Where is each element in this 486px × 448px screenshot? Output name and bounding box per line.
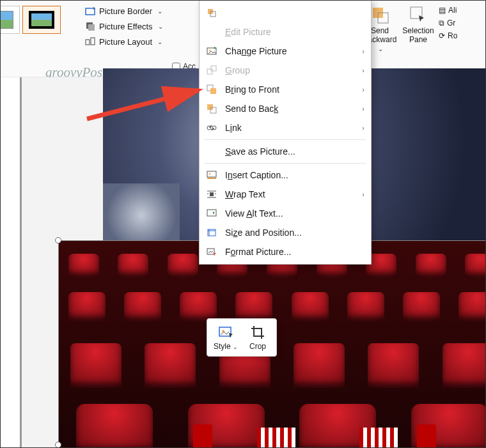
menu-item-link[interactable]: Link ›	[200, 118, 371, 137]
menu-item-size-position[interactable]: Size and Position...	[200, 223, 371, 242]
svg-rect-20	[207, 171, 216, 177]
chevron-down-icon: ⌄	[158, 23, 163, 30]
svg-rect-21	[207, 178, 216, 179]
svg-point-22	[209, 173, 211, 175]
caption-icon	[206, 169, 217, 181]
mini-crop-label: Crop	[249, 342, 266, 351]
send-to-back-icon	[206, 103, 217, 114]
menu-item-bring-to-front[interactable]: Bring to Front ›	[200, 80, 371, 99]
chevron-down-icon: ⌄	[157, 38, 162, 45]
align-icon: ▤	[439, 6, 446, 15]
change-picture-icon	[206, 45, 217, 57]
mini-style-label: Style ⌄	[214, 342, 238, 351]
menu-separator	[205, 139, 366, 140]
chevron-down-icon: ⌄	[378, 45, 383, 52]
crop-icon	[249, 324, 266, 341]
arrange-mini-buttons: ▤Ali ⧉Gr ⟳Ro	[437, 1, 459, 77]
style-thumb-1[interactable]	[0, 6, 20, 34]
chevron-right-icon: ›	[362, 124, 364, 132]
style-icon	[217, 324, 234, 341]
chevron-right-icon: ›	[362, 105, 364, 112]
svg-rect-12	[207, 69, 212, 74]
selection-handle[interactable]	[55, 442, 61, 448]
menu-item-insert-caption[interactable]: Insert Caption...	[200, 166, 371, 185]
svg-rect-4	[91, 38, 95, 45]
menu-item-edit-picture: Edit Picture	[200, 22, 371, 42]
group-icon: ⧉	[439, 19, 444, 27]
picture-effects-button[interactable]: Picture Effects⌄	[82, 20, 166, 33]
picture-layout-label: Picture Layout	[99, 37, 152, 47]
selection-pane-label: Selection Pane	[400, 26, 436, 44]
menu-item-change-picture[interactable]: Change Picture ›	[200, 42, 371, 61]
menu-item-save-as-picture[interactable]: Save as Picture...	[200, 142, 371, 161]
svg-point-18	[207, 126, 211, 130]
selection-pane-button[interactable]: Selection Pane	[399, 1, 437, 77]
picture-layout-button[interactable]: Picture Layout⌄	[82, 35, 166, 48]
chevron-right-icon: ›	[362, 47, 364, 55]
rotate-button[interactable]: ⟳Ro	[439, 31, 457, 40]
vertical-ruler	[20, 77, 22, 447]
menu-item-view-alt-text[interactable]: View Alt Text...	[200, 204, 371, 223]
svg-rect-23	[210, 192, 214, 196]
menu-item-wrap-text[interactable]: Wrap Text ›	[200, 185, 371, 204]
menu-item-group: Group ›	[200, 61, 371, 80]
menu-separator	[205, 163, 366, 164]
menu-item-send-to-back[interactable]: Send to Back ›	[200, 99, 371, 118]
group-icon	[206, 65, 217, 76]
chevron-right-icon: ›	[362, 86, 364, 93]
chevron-right-icon: ›	[362, 190, 364, 198]
svg-rect-13	[211, 66, 216, 71]
wrap-text-icon	[206, 189, 217, 200]
svg-rect-15	[210, 88, 216, 94]
bring-to-front-icon	[206, 84, 217, 95]
menu-item-cut-partial	[200, 3, 371, 22]
crop-icon	[206, 7, 217, 19]
picture-effects-label: Picture Effects	[99, 22, 153, 31]
arrange-group: Send Backward⌄ Selection Pane ▤Ali ⧉Gr ⟳…	[361, 1, 485, 77]
svg-point-11	[209, 50, 211, 52]
svg-rect-2	[88, 24, 95, 31]
svg-rect-3	[86, 40, 90, 45]
picture-border-label: Picture Border	[99, 6, 152, 16]
picture-layout-icon	[85, 36, 95, 47]
format-picture-icon	[206, 246, 217, 258]
mini-toolbar: Style ⌄ Crop	[207, 318, 277, 357]
link-icon	[206, 122, 217, 134]
align-button[interactable]: ▤Ali	[439, 6, 457, 15]
selection-pane-icon	[408, 4, 428, 25]
group-button[interactable]: ⧉Gr	[439, 19, 457, 27]
svg-point-19	[212, 126, 216, 130]
picture-styles-gallery[interactable]	[0, 6, 61, 34]
picture-border-icon	[85, 6, 95, 16]
mini-style-button[interactable]: Style ⌄	[211, 323, 240, 352]
send-backward-icon	[370, 4, 390, 25]
mini-crop-button[interactable]: Crop	[243, 323, 272, 352]
selection-handle[interactable]	[55, 237, 61, 243]
picture-effects-icon	[85, 21, 95, 31]
style-thumb-2[interactable]	[22, 6, 61, 34]
chevron-right-icon: ›	[362, 66, 364, 74]
context-menu: Edit Picture Change Picture › Group › Br…	[199, 0, 372, 265]
menu-item-format-picture[interactable]: Format Picture...	[200, 242, 371, 261]
size-position-icon	[206, 227, 217, 238]
picture-border-button[interactable]: Picture Border⌄	[82, 4, 166, 17]
chevron-down-icon: ⌄	[157, 8, 162, 15]
alt-text-icon	[206, 208, 217, 219]
rotate-icon: ⟳	[439, 31, 445, 40]
